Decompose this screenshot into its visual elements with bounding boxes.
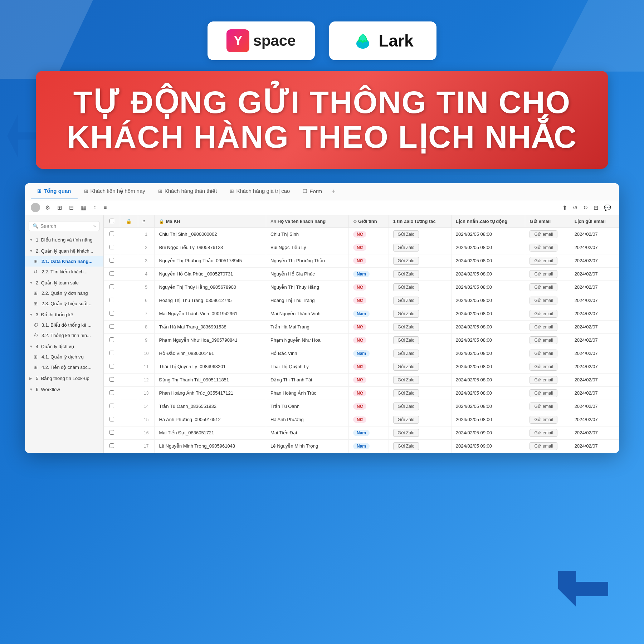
gui-email-button[interactable]: Gửi email bbox=[530, 376, 557, 384]
cell-gioi-tinh: Nam bbox=[348, 347, 389, 360]
toolbar-comment-btn[interactable]: 💬 bbox=[602, 203, 613, 213]
toolbar-sort-btn[interactable]: ↕ bbox=[91, 203, 98, 212]
gui-zalo-button[interactable]: Gửi Zalo bbox=[393, 336, 419, 344]
sidebar-item-6[interactable]: ▶ 5. Bảng thông tin Look-up bbox=[25, 373, 103, 384]
cell-gui-zalo: Gửi Zalo bbox=[389, 439, 451, 453]
row-checkbox[interactable] bbox=[109, 443, 114, 448]
gui-zalo-button[interactable]: Gửi Zalo bbox=[393, 416, 419, 424]
row-checkbox[interactable] bbox=[109, 364, 114, 369]
row-checkbox[interactable] bbox=[109, 390, 114, 395]
row-checkbox[interactable] bbox=[109, 284, 114, 289]
gui-email-button[interactable]: Gửi email bbox=[530, 416, 557, 424]
gui-email-button[interactable]: Gửi email bbox=[530, 310, 557, 318]
lark-logo: Lark bbox=[352, 30, 413, 52]
sidebar-item-4-2[interactable]: ⏱ 3.2. Thống kê tình hìn... bbox=[25, 330, 103, 341]
toolbar-table-btn[interactable]: ▦ bbox=[79, 203, 88, 213]
gui-zalo-button[interactable]: Gửi Zalo bbox=[393, 402, 419, 410]
row-checkbox[interactable] bbox=[109, 311, 114, 316]
search-input[interactable] bbox=[40, 223, 91, 229]
sidebar-item-4[interactable]: ▼ 3. Đồ thị thống kê bbox=[25, 309, 103, 320]
gui-zalo-button[interactable]: Gửi Zalo bbox=[393, 297, 419, 304]
cell-lich-email: 2024/02/07 bbox=[570, 280, 619, 294]
toolbar-copy-btn[interactable]: ⊞ bbox=[55, 203, 64, 213]
sidebar-item-3[interactable]: ▼ 2. Quản lý team sale bbox=[25, 278, 103, 288]
gui-zalo-button[interactable]: Gửi Zalo bbox=[393, 270, 419, 278]
gui-email-button[interactable]: Gửi email bbox=[530, 363, 557, 371]
gui-zalo-button[interactable]: Gửi Zalo bbox=[393, 257, 419, 265]
row-checkbox[interactable] bbox=[109, 351, 114, 355]
gui-email-button[interactable]: Gửi email bbox=[530, 257, 557, 265]
gui-email-button[interactable]: Gửi email bbox=[530, 270, 557, 278]
tab-khach-gia-tri-cao[interactable]: ⊞ Khách hàng giá trị cao bbox=[223, 184, 296, 199]
gui-zalo-button[interactable]: Gửi Zalo bbox=[393, 230, 419, 238]
gui-email-button[interactable]: Gửi email bbox=[530, 402, 557, 410]
toolbar-grid-btn[interactable]: ⊟ bbox=[591, 203, 600, 213]
select-all-checkbox[interactable] bbox=[109, 219, 114, 223]
toolbar-list-btn[interactable]: ≡ bbox=[101, 203, 109, 212]
row-checkbox[interactable] bbox=[109, 404, 114, 408]
gui-email-button[interactable]: Gửi email bbox=[530, 230, 557, 238]
toolbar-undo-btn[interactable]: ↺ bbox=[571, 203, 580, 213]
cell-ma-kh: Thái Thị Quỳnh Ly_0984963201 bbox=[155, 360, 266, 373]
sidebar-item-4-1[interactable]: ⏱ 3.1. Biểu đồ thống kê ... bbox=[25, 320, 103, 330]
row-checkbox[interactable] bbox=[109, 245, 114, 249]
gui-zalo-button[interactable]: Gửi Zalo bbox=[393, 244, 419, 252]
sidebar-item-2-1[interactable]: ⊞ 2.1. Data Khách hàng... bbox=[25, 256, 103, 267]
toolbar-share-btn[interactable]: ⬆ bbox=[560, 203, 569, 213]
sidebar-item-3-1[interactable]: ⊞ 2.2. Quản lý đơn hàng bbox=[25, 288, 103, 298]
tabs-row: ⊞ Tổng quan ⊞ Khách liên hệ hôm nay ⊞ Kh… bbox=[25, 183, 619, 200]
row-checkbox[interactable] bbox=[109, 271, 114, 276]
row-checkbox[interactable] bbox=[109, 430, 114, 435]
gui-email-button[interactable]: Gửi email bbox=[530, 350, 557, 357]
gui-zalo-button[interactable]: Gửi Zalo bbox=[393, 442, 419, 450]
gui-email-button[interactable]: Gửi email bbox=[530, 442, 557, 450]
tab-khach-than-thiet-icon: ⊞ bbox=[158, 188, 162, 194]
toolbar-redo-btn[interactable]: ↻ bbox=[581, 203, 590, 213]
cell-num: 11 bbox=[138, 360, 155, 373]
gui-zalo-button[interactable]: Gửi Zalo bbox=[393, 323, 419, 331]
sidebar-search-box[interactable]: 🔍 » bbox=[29, 221, 100, 231]
gui-zalo-button[interactable]: Gửi Zalo bbox=[393, 350, 419, 357]
tab-khach-lien-he[interactable]: ⊞ Khách liên hệ hôm nay bbox=[78, 184, 152, 199]
cell-gui-email: Gửi email bbox=[525, 333, 570, 347]
cell-lich-email: 2024/02/07 bbox=[570, 333, 619, 347]
gui-email-button[interactable]: Gửi email bbox=[530, 244, 557, 252]
sidebar-item-2[interactable]: ▼ 2. Quản lý quan hệ khách... bbox=[25, 246, 103, 256]
sidebar-item-1[interactable]: ▼ 1. Điều hướng và tính năng bbox=[25, 235, 103, 245]
toolbar-circle-btn[interactable] bbox=[31, 203, 40, 212]
toolbar-settings-btn[interactable]: ⚙ bbox=[43, 203, 52, 213]
gui-email-button[interactable]: Gửi email bbox=[530, 336, 557, 344]
tab-add-button[interactable]: + bbox=[328, 187, 338, 196]
sidebar-item-4-2-label: 3.2. Thống kê tình hìn... bbox=[42, 333, 91, 338]
gui-email-button[interactable]: Gửi email bbox=[530, 389, 557, 397]
gui-zalo-button[interactable]: Gửi Zalo bbox=[393, 283, 419, 291]
gui-zalo-button[interactable]: Gửi Zalo bbox=[393, 310, 419, 318]
sidebar-item-5[interactable]: ▼ 4. Quản lý dịch vụ bbox=[25, 341, 103, 352]
tab-tongquan[interactable]: ⊞ Tổng quan bbox=[31, 184, 78, 199]
sync-icon: ↺ bbox=[34, 269, 39, 274]
gui-zalo-button[interactable]: Gửi Zalo bbox=[393, 363, 419, 371]
gui-email-button[interactable]: Gửi email bbox=[530, 429, 557, 437]
row-checkbox[interactable] bbox=[109, 258, 114, 263]
gui-zalo-button[interactable]: Gửi Zalo bbox=[393, 376, 419, 384]
row-checkbox[interactable] bbox=[109, 377, 114, 382]
sidebar-item-3-2[interactable]: ⊞ 2.3. Quản lý hiệu suất ... bbox=[25, 298, 103, 309]
sidebar-item-7[interactable]: ▼ 6. Workflow bbox=[25, 384, 103, 395]
toolbar-filter-btn[interactable]: ⊟ bbox=[67, 203, 76, 213]
row-checkbox[interactable] bbox=[109, 324, 114, 329]
row-checkbox[interactable] bbox=[109, 231, 114, 236]
row-checkbox[interactable] bbox=[109, 417, 114, 421]
table-row: 14 Trần Tú Oanh_0836551932 Trần Tú Oanh … bbox=[104, 400, 619, 413]
gui-email-button[interactable]: Gửi email bbox=[530, 283, 557, 291]
gui-email-button[interactable]: Gửi email bbox=[530, 297, 557, 304]
sidebar-item-5-1[interactable]: ⊞ 4.1. Quản lý dịch vụ bbox=[25, 352, 103, 362]
sidebar-item-5-2[interactable]: ⊞ 4.2. Tiến độ chăm sóc... bbox=[25, 362, 103, 372]
tab-khach-than-thiet[interactable]: ⊞ Khách hàng thân thiết bbox=[152, 184, 224, 199]
sidebar-item-2-2[interactable]: ↺ 2.2. Tìm kiếm khách... bbox=[25, 267, 103, 277]
row-checkbox[interactable] bbox=[109, 337, 114, 342]
row-checkbox[interactable] bbox=[109, 298, 114, 302]
gui-email-button[interactable]: Gửi email bbox=[530, 323, 557, 331]
tab-form[interactable]: ☐ Form bbox=[296, 184, 328, 199]
gui-zalo-button[interactable]: Gửi Zalo bbox=[393, 429, 419, 437]
gui-zalo-button[interactable]: Gửi Zalo bbox=[393, 389, 419, 397]
